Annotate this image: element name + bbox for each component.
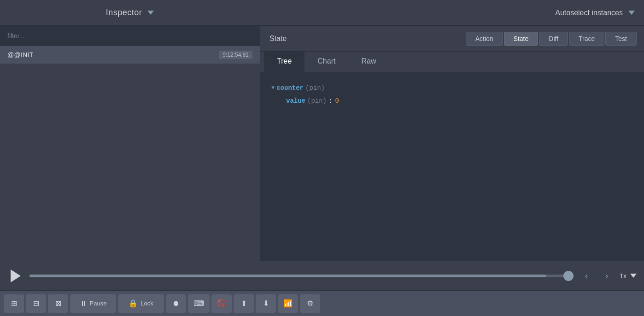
action-list: @@INIT 9:12:54.81	[0, 46, 260, 261]
speed-label: 1x	[620, 272, 626, 280]
grid2-icon: ⊟	[33, 299, 39, 308]
tab-action[interactable]: Action	[466, 32, 503, 46]
toolbar-upload-button[interactable]: ⬆	[234, 294, 254, 313]
tree-children: value (pin) : 0	[271, 94, 633, 107]
scrubber-container[interactable]	[29, 270, 574, 281]
camera-icon: 🚫	[217, 299, 226, 308]
main-content: @@INIT 9:12:54.81 State Action State Dif…	[0, 26, 644, 261]
tab-state[interactable]: State	[504, 32, 539, 46]
tree-root-annotation: (pin)	[305, 82, 325, 94]
next-button[interactable]	[599, 269, 614, 283]
tree-child-key: value	[286, 94, 305, 107]
speed-selector[interactable]: 1x	[620, 272, 637, 280]
action-item-time: 9:12:54.81	[219, 51, 252, 59]
tree-child-annotation: (pin)	[307, 94, 327, 107]
toolbar-settings-button[interactable]: ⚙	[300, 294, 320, 313]
keyboard-icon: ⌨	[193, 299, 204, 308]
sub-tabs: Tree Chart Raw	[260, 52, 644, 72]
toolbar-keyboard-button[interactable]: ⌨	[188, 294, 210, 313]
prev-icon	[585, 270, 588, 281]
tab-buttons: Action State Diff Trace Test	[465, 32, 637, 46]
tree-caret-icon[interactable]: ▼	[271, 82, 275, 94]
grid3-icon: ⊠	[55, 299, 61, 308]
scrubber-fill	[29, 275, 546, 277]
pause-icon: ⏸	[80, 299, 87, 308]
tab-test[interactable]: Test	[605, 32, 637, 46]
autoselect-header: Autoselect instances	[260, 9, 644, 17]
tree-root-row: ▼ counter (pin)	[271, 82, 633, 94]
right-panel: State Action State Diff Trace Test Tree …	[260, 26, 644, 261]
sub-tab-chart[interactable]: Chart	[304, 52, 348, 72]
toolbar-grid3-button[interactable]: ⊠	[48, 294, 68, 313]
sub-tab-raw[interactable]: Raw	[348, 52, 389, 72]
tab-trace[interactable]: Trace	[569, 32, 604, 46]
top-header: Inspector Autoselect instances	[0, 0, 644, 26]
pause-label: Pause	[90, 300, 107, 307]
toolbar-grid1-button[interactable]: ⊞	[4, 294, 24, 313]
signal-icon: 📶	[283, 299, 293, 308]
download-icon: ⬇	[263, 299, 269, 308]
play-icon	[11, 269, 21, 282]
record-icon: ⏺	[172, 299, 180, 308]
left-panel: @@INIT 9:12:54.81	[0, 26, 260, 261]
speed-chevron-icon	[630, 274, 637, 278]
next-icon	[605, 270, 609, 281]
toolbar-lock-button[interactable]: 🔒 Lock	[118, 294, 164, 313]
scrubber-track	[29, 275, 574, 277]
settings-icon: ⚙	[307, 299, 313, 308]
inspector-chevron-icon[interactable]	[147, 11, 154, 15]
state-label: State	[268, 35, 465, 43]
tree-content: ▼ counter (pin) value (pin) : 0	[260, 72, 644, 261]
play-button[interactable]	[7, 268, 24, 284]
action-item-name: @@INIT	[7, 51, 34, 59]
toolbar-signal-button[interactable]: 📶	[278, 294, 298, 313]
action-item[interactable]: @@INIT 9:12:54.81	[0, 46, 260, 64]
tree-colon: :	[328, 94, 332, 107]
tree-root-key: counter	[276, 82, 304, 94]
tree-child-value: 0	[335, 94, 339, 107]
scrubber-thumb[interactable]	[563, 271, 574, 281]
sub-tab-tree[interactable]: Tree	[264, 52, 304, 72]
inspector-header: Inspector	[0, 0, 260, 25]
right-panel-header: State Action State Diff Trace Test	[260, 26, 644, 52]
toolbar-camera-button[interactable]: 🚫	[211, 294, 232, 313]
prev-button[interactable]	[579, 269, 594, 283]
lock-icon: 🔒	[129, 299, 138, 308]
inspector-title: Inspector	[106, 8, 142, 18]
filter-input[interactable]	[0, 26, 260, 46]
tab-diff[interactable]: Diff	[539, 32, 568, 46]
autoselect-chevron-icon[interactable]	[628, 11, 635, 15]
bottom-toolbar: ⊞ ⊟ ⊠ ⏸ Pause 🔒 Lock ⏺ ⌨ 🚫 ⬆ ⬇ 📶 ⚙	[0, 290, 644, 316]
grid1-icon: ⊞	[11, 299, 17, 308]
toolbar-grid2-button[interactable]: ⊟	[26, 294, 46, 313]
autoselect-label: Autoselect instances	[555, 9, 623, 17]
toolbar-download-button[interactable]: ⬇	[256, 294, 276, 313]
toolbar-record-button[interactable]: ⏺	[166, 294, 186, 313]
toolbar-pause-button[interactable]: ⏸ Pause	[70, 294, 116, 313]
tree-value-row: value (pin) : 0	[286, 94, 633, 107]
lock-label: Lock	[141, 300, 153, 307]
playback-bar: 1x	[0, 261, 644, 290]
upload-icon: ⬆	[241, 299, 247, 308]
